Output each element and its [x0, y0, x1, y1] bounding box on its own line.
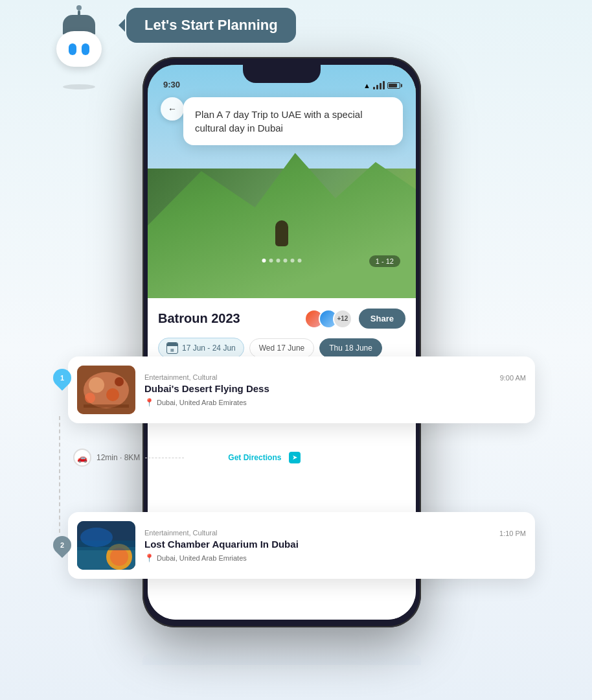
dot-5 — [291, 259, 295, 262]
card-image-1 — [77, 366, 135, 414]
robot-antenna — [78, 10, 80, 18]
card-2-category: Entertainment, Cultural — [144, 529, 218, 537]
hero-figure — [275, 220, 288, 246]
trip-title: Batroun 2023 — [158, 311, 240, 326]
dot-3 — [277, 259, 280, 262]
trip-avatars: +12 Share — [304, 309, 405, 329]
status-icons: ▲ — [363, 81, 400, 89]
dot-1 — [262, 259, 266, 262]
share-button[interactable]: Share — [359, 309, 405, 329]
robot-body — [56, 31, 102, 67]
robot-shadow — [63, 84, 95, 89]
signal-bar-1 — [373, 87, 375, 89]
card-1-location-text: Dubai, United Arab Emirates — [157, 399, 247, 406]
marker-number-2: 2 — [60, 541, 64, 549]
svg-point-12 — [80, 528, 113, 547]
car-icon: 🚗 — [73, 449, 91, 467]
food-svg — [77, 366, 135, 414]
card-1-title: Dubai's Desert Flying Dess — [144, 383, 526, 394]
dot-2 — [269, 259, 273, 262]
signal-bar-2 — [376, 85, 378, 89]
travel-duration: 12min · 8KM — [97, 453, 140, 462]
avatar-count: +12 — [333, 309, 352, 329]
card-1-category: Entertainment, Cultural — [144, 373, 218, 381]
card-1-location: 📍 Dubai, United Arab Emirates — [144, 398, 526, 407]
marker-inner-2: 2 — [55, 538, 69, 552]
date-tabs: ▦ 17 Jun - 24 Jun Wed 17 June Thu 18 Jun… — [158, 338, 405, 358]
svg-point-2 — [89, 377, 104, 393]
card-2-location-text: Dubai, United Arab Emriates — [157, 554, 247, 562]
marker-inner-1: 1 — [55, 371, 69, 385]
card-2-title: Lost Chamber Aquarium In Dubai — [144, 539, 526, 550]
aquarium-svg — [77, 521, 135, 570]
svg-point-5 — [115, 377, 124, 386]
date-tab-thu[interactable]: Thu 18 June — [319, 338, 382, 358]
travel-dashed-line — [59, 416, 60, 533]
signal-bar-3 — [380, 83, 381, 89]
date-tab-wed[interactable]: Wed 17 June — [249, 338, 315, 358]
hero-image: ← Plan A 7 day Trip to UAE with a specia… — [148, 65, 416, 298]
date-range-chip[interactable]: ▦ 17 Jun - 24 Jun — [158, 338, 244, 358]
page-counter: 1 - 12 — [369, 255, 400, 267]
svg-point-4 — [85, 393, 95, 403]
robot-eye-right — [82, 43, 89, 55]
battery-icon — [387, 82, 400, 89]
back-button[interactable]: ← — [161, 97, 184, 121]
signal-bars — [373, 81, 385, 89]
back-arrow-icon: ← — [168, 104, 177, 114]
card-2-time: 1:10 PM — [499, 530, 526, 537]
svg-rect-6 — [84, 404, 129, 408]
chat-text: Plan A 7 day Trip to UAE with a special … — [195, 109, 362, 134]
chat-bubble: Plan A 7 day Trip to UAE with a special … — [183, 97, 403, 145]
card-image-2 — [77, 521, 135, 570]
location-pin-icon-2: 📍 — [144, 554, 154, 563]
activity-card-2[interactable]: Entertainment, Cultural 1:10 PM Lost Cha… — [68, 512, 535, 579]
card-2-location: 📍 Dubai, United Arab Emriates — [144, 554, 526, 563]
card-info-2: Entertainment, Cultural 1:10 PM Lost Cha… — [144, 529, 526, 563]
cal-icon-bottom: ▦ — [167, 346, 177, 353]
speech-bubble-text: Let's Start Planning — [144, 17, 278, 33]
dot-4 — [284, 259, 288, 262]
date-range-text: 17 Jun - 24 Jun — [182, 344, 236, 353]
activity-card-1[interactable]: Entertainment, Cultural 9:00 AM Dubai's … — [68, 356, 535, 423]
calendar-icon: ▦ — [166, 342, 178, 354]
directions-arrow-icon: ➤ — [289, 452, 301, 463]
status-time: 9:30 — [163, 80, 180, 89]
svg-point-3 — [106, 388, 119, 401]
speech-bubble: Let's Start Planning — [126, 8, 296, 43]
trip-header: Batroun 2023 +12 Share — [158, 309, 405, 329]
robot-illustration — [47, 12, 111, 89]
phone-notch — [243, 65, 321, 83]
wifi-icon: ▲ — [363, 82, 370, 89]
robot-eye-left — [69, 43, 76, 55]
svg-point-10 — [110, 548, 128, 566]
signal-bar-4 — [383, 81, 385, 89]
phone-reflection — [142, 649, 421, 665]
marker-number-1: 1 — [60, 374, 64, 382]
card-1-time: 9:00 AM — [500, 374, 526, 382]
get-directions-label[interactable]: Get Directions — [228, 453, 281, 462]
travel-info: 🚗 12min · 8KM Get Directions ➤ — [73, 449, 301, 467]
dots-indicator — [262, 259, 302, 262]
battery-fill — [389, 84, 397, 88]
location-pin-icon-1: 📍 — [144, 398, 154, 407]
card-info-1: Entertainment, Cultural 9:00 AM Dubai's … — [144, 373, 526, 407]
dot-6 — [298, 259, 302, 262]
travel-line-h — [145, 458, 184, 458]
